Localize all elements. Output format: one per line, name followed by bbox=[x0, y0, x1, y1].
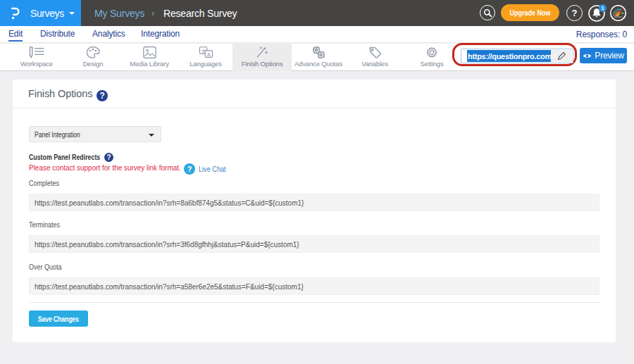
svg-text:A: A bbox=[207, 51, 211, 58]
svg-text:文: 文 bbox=[201, 49, 206, 54]
